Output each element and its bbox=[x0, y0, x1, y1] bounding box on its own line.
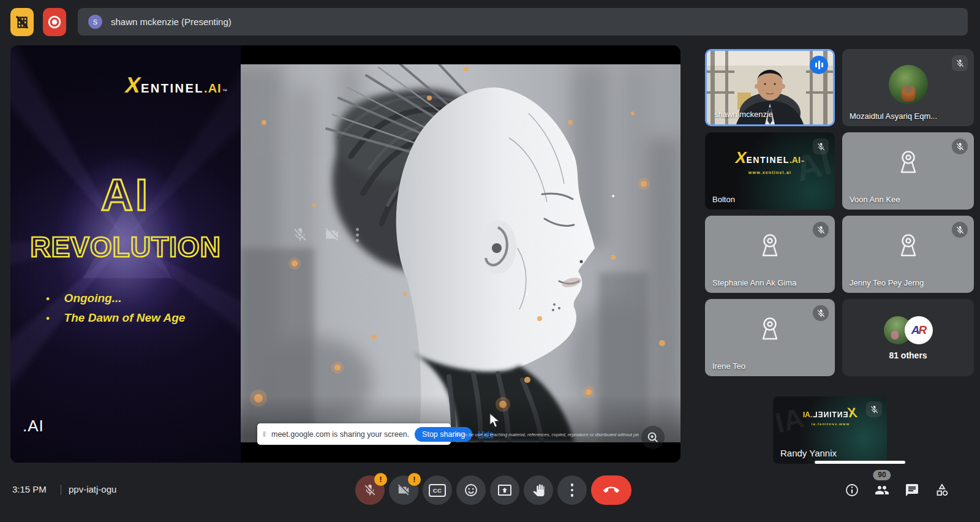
participant-name: Stephanie Ann Ak Gima bbox=[712, 278, 796, 287]
speaking-indicator-icon bbox=[810, 56, 828, 74]
smiley-icon bbox=[464, 483, 478, 497]
more-options-icon bbox=[356, 228, 359, 242]
mic-off-icon bbox=[952, 138, 968, 154]
participant-tile-stephanie[interactable]: Stephanie Ann Ak Gima bbox=[705, 216, 835, 293]
webcam-icon bbox=[894, 149, 922, 176]
warning-badge: ! bbox=[408, 473, 421, 486]
meeting-code-label: ppv-iatj-ogu bbox=[69, 484, 116, 494]
mic-off-icon bbox=[952, 222, 968, 238]
videocam-off-icon bbox=[324, 227, 340, 243]
closed-captions-icon: CC bbox=[429, 484, 446, 497]
slide-title-ai: AI bbox=[10, 170, 241, 220]
participant-tile-voon-ann-kee[interactable]: Voon Ann Kee bbox=[842, 132, 974, 210]
logo-x-mark: X bbox=[123, 72, 143, 98]
website-label: www.xentinel.ai bbox=[773, 422, 887, 426]
webcam-icon bbox=[756, 233, 784, 260]
overflow-tile-81-others[interactable]: AR 81 others bbox=[842, 299, 974, 376]
activities-icon bbox=[935, 483, 949, 497]
zoom-button[interactable] bbox=[641, 426, 665, 449]
people-icon bbox=[875, 483, 889, 497]
logo-name: ENTINEL bbox=[747, 155, 790, 165]
logo-trademark: ™ bbox=[801, 160, 804, 164]
participant-avatar bbox=[889, 65, 928, 104]
screen-share-notification: ‖ meet.google.com is sharing your screen… bbox=[257, 423, 451, 445]
three-dots-icon bbox=[571, 483, 574, 497]
logo-suffix: .AI bbox=[790, 155, 801, 165]
recording-indicator-button[interactable] bbox=[43, 8, 66, 36]
raise-hand-button[interactable] bbox=[524, 475, 553, 505]
participant-tile-jenny[interactable]: Jenny Teo Pey Jerng bbox=[842, 216, 974, 293]
participant-name: Irene Teo bbox=[712, 361, 745, 371]
videocam-off-icon bbox=[397, 483, 410, 497]
chat-icon bbox=[905, 483, 919, 497]
more-options-button[interactable] bbox=[557, 475, 587, 505]
present-screen-icon bbox=[497, 483, 512, 497]
participant-tile-randy-yannix[interactable]: IA XENTINEL.AI www.xentinel.ai Randy Yan… bbox=[773, 396, 887, 464]
webcam-icon bbox=[894, 233, 922, 260]
website-label: www.xentinel.ai bbox=[705, 170, 835, 175]
slide-corner-mark: .AI bbox=[23, 417, 44, 436]
mic-off-icon bbox=[813, 222, 829, 238]
participant-name: shawn mckenzie bbox=[714, 110, 773, 119]
participant-name: Jenny Teo Pey Jerng bbox=[850, 278, 924, 287]
captions-button[interactable]: CC bbox=[423, 475, 452, 505]
slide-title-revolution: REVOLUTION bbox=[10, 230, 241, 263]
logo-trademark: ™ bbox=[222, 88, 227, 94]
logo-name: ENTINEL bbox=[812, 410, 848, 419]
call-controls: ! ! CC bbox=[355, 475, 631, 505]
logo-suffix: .AI bbox=[204, 81, 222, 96]
mic-off-icon bbox=[952, 55, 968, 71]
present-screen-button[interactable] bbox=[490, 475, 519, 505]
others-count-label: 81 others bbox=[842, 350, 974, 360]
participant-tile-bolton[interactable]: AI XENTINEL.AI™ www.xentinel.ai Bolton bbox=[705, 132, 835, 210]
monogram-r: R bbox=[919, 323, 926, 337]
participant-tile-mozaidtul[interactable]: Mozaidtul Asyariq Eqm... bbox=[842, 49, 974, 126]
warning-badge: ! bbox=[374, 473, 387, 486]
webcam-icon bbox=[756, 316, 784, 343]
participant-tile-irene-teo[interactable]: Irene Teo bbox=[705, 299, 835, 376]
bullet-text: The Dawn of New Age bbox=[64, 311, 186, 325]
info-icon bbox=[845, 483, 859, 497]
bullet-dot: • bbox=[46, 313, 50, 324]
meeting-panels: 90 bbox=[845, 483, 949, 497]
participant-name: Voon Ann Kee bbox=[850, 195, 900, 204]
participant-count-badge: 90 bbox=[873, 470, 891, 480]
meeting-details-button[interactable] bbox=[845, 483, 859, 497]
shared-screen-presentation[interactable]: XENTINEL.AI™ AI REVOLUTION • Ongoing... … bbox=[10, 45, 680, 463]
slide-bullet-1: • Ongoing... bbox=[46, 292, 230, 305]
mic-off-icon bbox=[813, 138, 829, 154]
mic-off-icon bbox=[292, 227, 308, 243]
people-panel-button[interactable]: 90 bbox=[875, 483, 889, 497]
hand-icon bbox=[532, 483, 545, 497]
pause-icon: ‖ bbox=[263, 430, 266, 439]
record-icon bbox=[47, 14, 62, 30]
reactions-button[interactable] bbox=[456, 475, 486, 505]
participant-name: Randy Yannix bbox=[780, 448, 837, 458]
mouse-cursor bbox=[489, 413, 502, 429]
microphone-button[interactable]: ! bbox=[355, 475, 385, 505]
presentation-photo bbox=[241, 64, 680, 442]
clock-label: 3:15 PM bbox=[12, 484, 47, 494]
camera-button[interactable]: ! bbox=[389, 475, 418, 505]
bullet-dot: • bbox=[46, 293, 50, 304]
magnifier-plus-icon bbox=[646, 431, 660, 444]
avatar-monogram: AR bbox=[905, 316, 933, 344]
presenter-banner: S shawn mckenzie (Presenting) bbox=[78, 8, 968, 36]
participant-name: Mozaidtul Asyariq Eqm... bbox=[850, 112, 937, 121]
activities-button[interactable] bbox=[935, 483, 949, 497]
logo-name: ENTINEL bbox=[141, 81, 204, 96]
participant-name: Bolton bbox=[712, 195, 735, 204]
mic-off-icon bbox=[866, 401, 882, 417]
mic-off-icon bbox=[813, 305, 829, 321]
presentation-app-button[interactable] bbox=[10, 8, 34, 36]
participant-tile-shawn-mckenzie[interactable]: shawn mckenzie bbox=[705, 49, 835, 126]
presenter-label: shawn mckenzie (Presenting) bbox=[111, 17, 232, 27]
logo-suffix: .AI bbox=[803, 410, 812, 419]
chat-panel-button[interactable] bbox=[905, 483, 919, 497]
overflow-avatars: AR bbox=[884, 316, 933, 344]
slide-poster: XENTINEL.AI™ AI REVOLUTION • Ongoing... … bbox=[10, 45, 241, 463]
participants-scrollbar[interactable] bbox=[815, 461, 905, 464]
embedded-toolbar-ghost bbox=[292, 227, 359, 243]
logo-x-mark: X bbox=[846, 405, 859, 421]
end-call-button[interactable] bbox=[591, 475, 631, 505]
